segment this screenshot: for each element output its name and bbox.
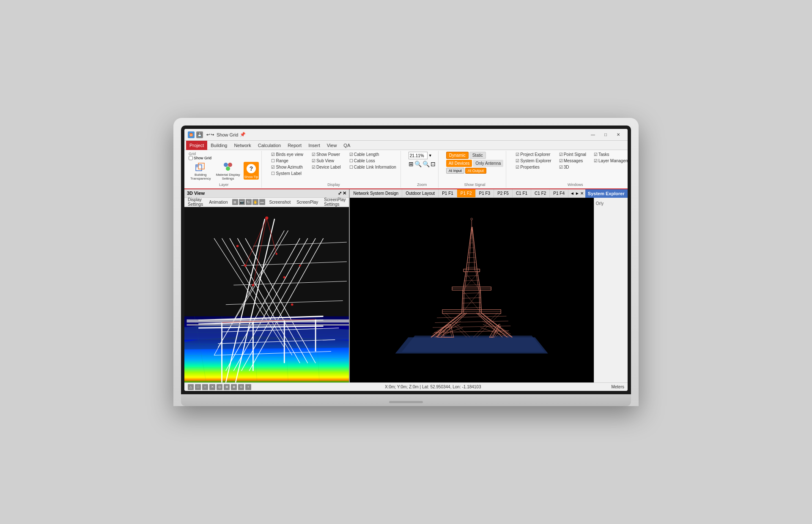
zoom-dropdown[interactable]: ▼ [428,153,432,158]
3d-btn[interactable]: ☑ 3D [557,164,588,170]
screenplay-btn[interactable]: ScreenPlay [295,199,320,205]
panel-close-btn[interactable]: ✕ [343,191,346,196]
pan-icon[interactable]: ✋ [252,199,258,205]
checkbox-tasks: ☑ [594,152,598,157]
undo-btn[interactable]: ↩ [206,132,210,137]
birds-eye-check: ☑ [271,152,275,157]
menu-qa[interactable]: QA [340,141,354,150]
show-grid-checkbox[interactable] [189,156,193,160]
device-label-btn[interactable]: ☑ Device Label [310,164,343,170]
camera-icon[interactable]: 📷 [239,199,245,205]
layer-mgmt-btn[interactable]: ☑ Layer Management [592,158,628,164]
menu-report[interactable]: Report [284,141,305,150]
material-display-btn[interactable]: Material DisplaySettings [214,160,242,182]
undo-redo: ↩ ↪ [206,132,214,137]
dynamic-btn[interactable]: Dynamic [446,152,469,159]
checkbox-se: ☑ [516,158,519,163]
right-panel-header: Network System Design Outdoor Layout P1 … [350,189,628,198]
cable-loss-btn[interactable]: ☐ Cable Loss [348,158,398,164]
range-btn[interactable]: ☐ Range [269,158,304,164]
tab-arrow-right[interactable]: ► [575,191,579,196]
tab-p2f5[interactable]: P2 F5 [494,189,513,198]
tab-p1f2[interactable]: P1 F2 [457,189,476,198]
cable-link-btn[interactable]: ☐ Cable Link Information [348,164,398,170]
dynamic-static-row: Dynamic Static [446,152,504,159]
building-transparency-btn[interactable]: BuildingTransparency [189,160,213,182]
show-azimuth-btn[interactable]: ☑ Show Azimuth [269,164,304,170]
tab-arrow-left[interactable]: ◄ [570,191,574,196]
tab-p1f4[interactable]: P1 F4 [550,189,568,198]
tab-p1f1[interactable]: P1 F1 [439,189,457,198]
svg-text:?: ? [250,165,253,172]
app-window: W 💾 ↩ ↪ Show Grid 📌 — □ ✕ [184,129,628,391]
zoom-out-btn[interactable]: 🔍 [414,161,422,167]
at-output-btn[interactable]: At Output [465,168,486,174]
tasks-btn[interactable]: ☑ Tasks [592,152,628,157]
expand-btn[interactable]: ⤢ [338,191,342,196]
system-label-check: ☐ [271,171,275,176]
zoom-select-btn[interactable]: ⊡ [431,161,436,167]
zoom-in-btn[interactable]: 🔍 [422,161,430,167]
birds-eye-btn[interactable]: ☑ Birds eye view [269,152,304,157]
menu-insert[interactable]: Insert [305,141,324,150]
minimize-btn[interactable]: — [587,131,599,139]
dots-icon[interactable]: ••• [259,199,265,205]
show-azimuth-label: Show Azimuth [276,165,302,169]
tab-c1f1[interactable]: C1 F1 [513,189,531,198]
ribbon-group-layer: Grid Show Grid [186,151,262,188]
zoom-value-input[interactable] [409,152,428,159]
right-content: Orly [350,198,628,382]
cable-length-label: Cable Length [354,152,379,157]
properties-btn[interactable]: ☑ Properties [514,164,553,170]
display-columns: ☑ Birds eye view ☐ Range ☑ Show Azimuth [269,152,398,176]
tab-outdoor[interactable]: Outdoor Layout [402,189,439,198]
at-input-btn[interactable]: At Input [446,168,464,174]
menu-network[interactable]: Network [230,141,254,150]
zoom-fit-btn[interactable]: ⊞ [409,161,414,167]
system-explorer-btn[interactable]: ☑ System Explorer [514,158,553,164]
system-label-btn[interactable]: ☐ System Label [269,171,304,176]
tab-p1f3[interactable]: P1 F3 [476,189,494,198]
screenshot-btn[interactable]: Screenshot [268,199,293,205]
redo-btn[interactable]: ↪ [211,132,214,137]
static-btn[interactable]: Static [469,152,486,159]
show-grid-check[interactable]: Show Grid [189,156,211,160]
windows-group-label: Windows [514,182,628,187]
only-antenna-btn[interactable]: Only Antenna [473,160,503,167]
messages-btn[interactable]: ☑ Messages [557,158,588,164]
menu-view[interactable]: View [324,141,340,150]
svg-text:W: W [190,134,193,136]
screenplay-settings-btn[interactable]: ScreenPlay Settings [322,197,347,207]
tab-c1f2[interactable]: C1 F2 [531,189,550,198]
menu-building[interactable]: Building [207,141,230,150]
zoom-input-row: ▼ [409,152,436,159]
sub-view-btn[interactable]: ☑ Sub View [310,158,343,164]
input-output-row: At Input At Output [446,168,504,174]
maximize-btn[interactable]: □ [600,131,612,139]
cable-length-btn[interactable]: ☑ Cable Length [348,152,398,157]
status-icon-7: ⊗ [231,384,237,390]
close-btn[interactable]: ✕ [612,131,624,139]
grid-icon[interactable]: ⊞ [232,199,238,205]
animation-btn[interactable]: Animation [207,199,229,205]
title-bar-icons: W 💾 ↩ ↪ [188,131,214,138]
display-group-label: Display [269,182,398,187]
system-explorer-panel: Orly [594,198,628,382]
show-power-btn[interactable]: ☑ Show Power [310,152,343,157]
tab-network[interactable]: Network System Design [350,189,402,198]
project-explorer-btn[interactable]: ☑ Project Explorer [514,152,553,157]
point-signal-btn[interactable]: ☑ Point Signal [557,152,588,157]
all-devices-btn[interactable]: All Devices [446,160,472,167]
tab-close[interactable]: ✕ [580,191,584,196]
display-settings-btn[interactable]: Display Settings [186,197,205,207]
show-tip-btn[interactable]: ? Show Tip [244,162,259,180]
rotate-icon[interactable]: ↻ [246,199,252,205]
show-tip-icon: ? [245,163,257,175]
show-azimuth-check: ☑ [271,165,275,169]
svg-rect-3 [198,163,204,169]
menu-calculation[interactable]: Calculation [255,141,284,150]
save-icon[interactable]: 💾 [196,131,203,138]
svg-point-52 [299,265,301,267]
zoom-controls: ▼ ⊞ 🔍 🔍 ⊡ [409,152,436,167]
menu-project[interactable]: Project [186,141,207,150]
